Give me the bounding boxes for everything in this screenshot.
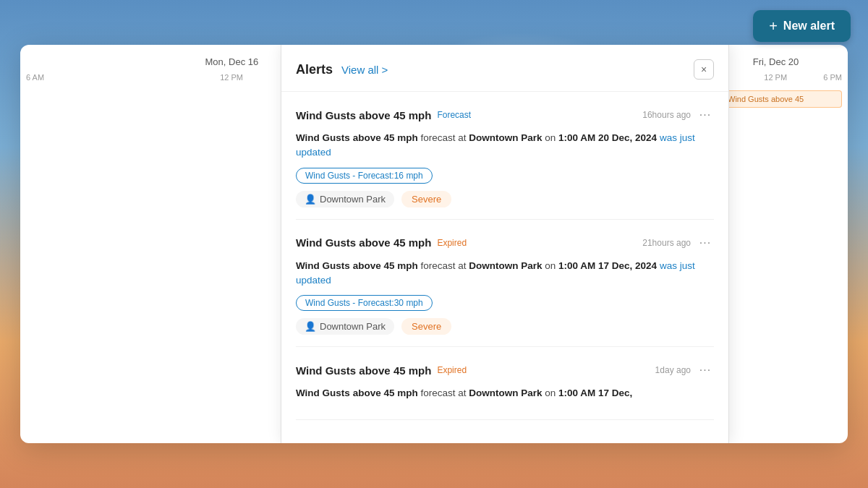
alert-1-location-bold: Downtown Park [469, 132, 542, 143]
alert-item-1: Wind Gusts above 45 mph Forecast 16hours… [296, 92, 714, 220]
alert-2-meta: 👤 Downtown Park Severe [296, 318, 714, 335]
alert-1-desc-main: Wind Gusts above 45 mph [296, 132, 418, 143]
alert-item-3-header: Wind Gusts above 45 mph Expired 1day ago… [296, 361, 714, 379]
plus-icon: + [769, 19, 778, 33]
alert-item-1-header: Wind Gusts above 45 mph Forecast 16hours… [296, 106, 714, 124]
alert-2-status: Expired [437, 238, 467, 248]
alert-3-status: Expired [437, 365, 467, 375]
alerts-body: Wind Gusts above 45 mph Forecast 16hours… [281, 92, 728, 443]
alert-2-time: 21hours ago [642, 238, 691, 248]
person-icon: 👤 [305, 194, 316, 205]
alert-2-location-bold: Downtown Park [469, 260, 542, 271]
alert-item-2: Wind Gusts above 45 mph Expired 21hours … [296, 220, 714, 348]
alert-1-datetime: 1:00 AM 20 Dec, 2024 [558, 132, 657, 143]
alert-2-location-badge: 👤 Downtown Park [296, 318, 394, 335]
cal-time-labels-fri: 6 AM 12 PM 6 PM [710, 73, 842, 82]
alerts-title: Alerts [296, 62, 333, 77]
alert-2-tag: Wind Gusts - Forecast:30 mph [296, 295, 433, 311]
view-all-link[interactable]: View all > [341, 64, 388, 76]
alert-1-description: Wind Gusts above 45 mph forecast at Down… [296, 131, 714, 160]
alerts-header: Alerts View all > × [281, 45, 728, 92]
alert-2-datetime: 1:00 AM 17 Dec, 2024 [558, 260, 657, 271]
alerts-close-button[interactable]: × [694, 59, 714, 80]
alert-1-more-button[interactable]: ··· [697, 106, 714, 124]
alert-1-status: Forecast [437, 110, 471, 120]
alert-2-desc-main: Wind Gusts above 45 mph [296, 260, 418, 271]
alert-2-more-button[interactable]: ··· [697, 234, 714, 252]
alerts-panel: Alerts View all > × Wind Gusts above 45 … [281, 45, 729, 443]
alert-1-tag: Wind Gusts - Forecast:16 mph [296, 168, 433, 184]
alert-1-name: Wind Gusts above 45 mph [296, 109, 431, 121]
cal-event-fri[interactable]: ! Wind Gusts above 45 [710, 90, 842, 108]
alert-item-2-header: Wind Gusts above 45 mph Expired 21hours … [296, 234, 714, 252]
person-icon-2: 👤 [305, 321, 316, 332]
alert-2-location: Downtown Park [320, 321, 386, 332]
alert-3-time: 1day ago [655, 365, 691, 375]
alert-3-name: Wind Gusts above 45 mph [296, 364, 431, 377]
alert-1-time: 16hours ago [642, 110, 691, 120]
cal-col-header-fri: Fri, Dec 20 [710, 56, 842, 67]
alert-1-severity: Severe [401, 191, 451, 207]
close-icon: × [701, 64, 707, 75]
alert-3-more-button[interactable]: ··· [697, 361, 714, 379]
alert-3-datetime: 1:00 AM 17 Dec, [558, 388, 632, 398]
main-card: Mon, Dec 16 6 AM 12 PM 6 PM Tue, 6 AM 1 [20, 45, 848, 443]
cal-event-fri-text: Wind Gusts above 45 [728, 95, 804, 103]
alert-item-3: Wind Gusts above 45 mph Expired 1day ago… [296, 347, 714, 420]
alert-2-severity: Severe [401, 318, 451, 335]
alert-1-location: Downtown Park [320, 194, 386, 205]
new-alert-label: New alert [783, 20, 835, 33]
alert-1-location-badge: 👤 Downtown Park [296, 191, 394, 207]
alert-3-location-bold: Downtown Park [469, 388, 542, 398]
alert-3-desc-main: Wind Gusts above 45 mph [296, 388, 418, 398]
alert-2-description: Wind Gusts above 45 mph forecast at Down… [296, 259, 714, 288]
alert-3-description: Wind Gusts above 45 mph forecast at Down… [296, 386, 714, 401]
new-alert-button[interactable]: + New alert [753, 10, 851, 42]
alert-1-meta: 👤 Downtown Park Severe [296, 191, 714, 207]
alert-2-name: Wind Gusts above 45 mph [296, 236, 431, 249]
